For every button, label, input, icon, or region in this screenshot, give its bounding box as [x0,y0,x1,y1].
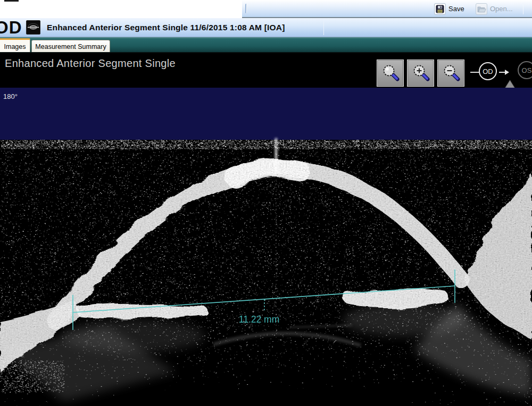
title-separator [323,20,324,35]
open-button[interactable]: Open... [472,2,516,16]
file-toolbar: Save Open... [242,0,532,18]
scan-info-band [0,88,532,140]
zoom-out-button[interactable] [437,60,464,87]
os-eye-button[interactable]: OS [518,61,532,79]
save-icon [434,3,446,15]
top-toolbar: Save Open... [0,0,532,18]
magnifier-minus-icon [438,60,464,86]
save-button[interactable]: Save [431,2,468,16]
tab-measurement-summary-label: Measurement Summary [35,43,106,50]
toolbar-separator [523,3,523,14]
application-window: Save Open... OD Enhanced [0,0,532,406]
os-label: OS [522,66,532,74]
viewer-heading: Enhanced Anterior Segment Single [5,57,176,70]
zoom-select-button[interactable] [377,60,404,87]
tab-strip: Images Measurement Summary [0,37,532,53]
oct-scan-image [0,140,532,406]
od-eye-button[interactable]: OD [479,62,497,80]
tab-images[interactable]: Images [0,38,30,53]
scan-viewer[interactable]: Enhanced Anterior Segment Single [0,53,532,406]
magnifier-icon [377,60,403,86]
open-label: Open... [490,5,513,13]
open-folder-icon [476,3,487,15]
window-edge-mark [4,0,19,2]
eye-label: OD [0,18,22,38]
toolbar-grip[interactable] [245,4,247,13]
laterality-arrow-icon [499,69,510,76]
save-label: Save [448,5,464,13]
laterality-connector-line [470,72,479,73]
exam-title-bar: OD Enhanced Anterior Segment Single 11/6… [0,18,532,37]
scan-type-icon [26,20,40,35]
tab-measurement-summary[interactable]: Measurement Summary [31,40,110,53]
magnifier-plus-icon [408,60,434,86]
scan-angle-label: 180° [3,92,18,100]
exam-title-text: Enhanced Anterior Segment Single 11/6/20… [47,18,285,37]
tab-images-label: Images [4,43,26,50]
od-label: OD [483,67,493,75]
zoom-in-button[interactable] [407,60,434,87]
